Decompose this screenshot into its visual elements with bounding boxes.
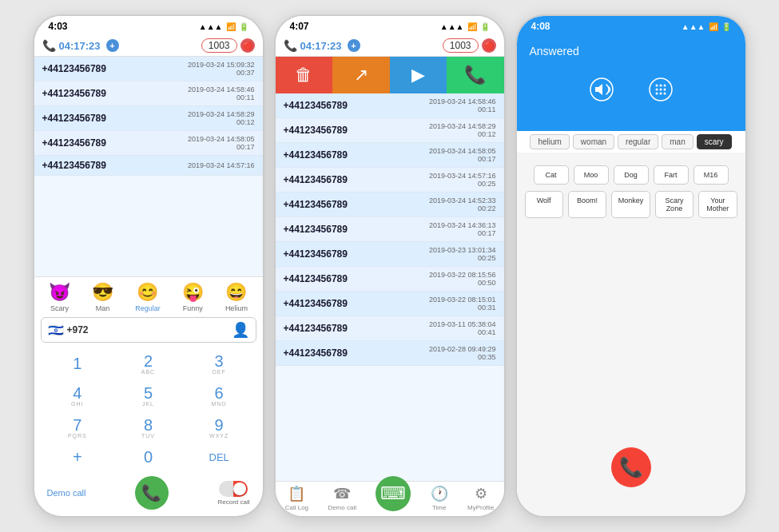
sound-btn-wolf[interactable]: Wolf [525,191,563,218]
dial-key-4[interactable]: 4GHI [42,379,113,411]
voice-mode-scary[interactable]: 😈 Scary [49,282,70,312]
time-3: 4:08 [531,21,550,32]
sound-btn-monkey[interactable]: Monkey [611,191,650,218]
scary-label: Scary [50,304,69,312]
call-item[interactable]: +44123456789 2019-03-24 14:58:0500:17 [276,143,504,168]
sound-btn-moo[interactable]: Moo [574,165,609,185]
phone-3: 4:08 ▲▲▲ 📶 🔋 Answered [515,14,747,518]
call-item[interactable]: +44123456789 2019-03-24 14:57:1600:25 [276,168,504,193]
nav-call-log[interactable]: 📋 Call Log [285,485,308,511]
phone1-timer: 📞 04:17:23 + [42,39,119,52]
call-list-1: +44123456789 2019-03-24 15:09:32 00:37 +… [34,57,263,276]
scary-emoji: 😈 [49,282,70,303]
keypad-button[interactable] [643,72,678,107]
plus-button-2[interactable]: + [348,39,360,52]
delete-action-btn[interactable]: 🗑 [276,57,333,93]
wifi-icon-1: 📶 [226,22,236,31]
phone1-header: 📞 04:17:23 + 1003 🔴 [34,35,263,57]
bottom-nav: 📋 Call Log ☎ Demo call ⌨ 🕐 Time ⚙ MyProf… [276,481,504,516]
sound-btn-scary-zone[interactable]: Scary Zone [655,191,694,218]
voice-mode-helium[interactable]: 😄 Helium [225,282,248,312]
voice-tabs: helium woman regular man scary [517,131,745,153]
voice-icons-row: 😈 Scary 😎 Man 😊 Regular 😜 Funny 😄 Helium [34,276,263,314]
dialpad-icon: ⌨ [380,483,406,504]
phone-icon-1: 📞 [42,39,56,52]
dial-key-3[interactable]: 3DEF [184,347,255,379]
voice-tab-man[interactable]: man [662,134,693,149]
dial-key-9[interactable]: 9WXYZ [184,411,255,443]
voice-tab-regular[interactable]: regular [618,134,658,149]
battery-icon-1: 🔋 [239,22,248,31]
nav-time[interactable]: 🕐 Time [431,485,448,511]
call-item[interactable]: +44123456789 2019-03-24 14:58:2900:12 [276,118,504,143]
dial-key-5[interactable]: 5JKL [113,379,184,411]
call-item[interactable]: +44123456789 2019-03-24 14:52:3300:22 [276,193,504,217]
voice-tab-woman[interactable]: woman [573,134,614,149]
phone-2: 4:07 ▲▲▲ 📶 🔋 📞 04:17:23 + 1003 🔴 🗑 ↗ ▶ 📞 [274,14,506,518]
voice-mode-funny[interactable]: 😜 Funny [182,282,204,312]
dial-key-6[interactable]: 6MNO [184,379,255,411]
nav-dialpad-center[interactable]: ⌨ [376,476,411,511]
sound-btn-fart[interactable]: Fart [654,165,689,185]
call-action-btn[interactable]: 📞 [447,57,504,93]
plus-button-1[interactable]: + [106,39,119,52]
dial-key-1[interactable]: 1 [42,347,113,379]
call-item[interactable]: +44123456789 2019-03-24 14:57:16 [34,156,263,176]
record-toggle[interactable]: Record call [217,481,249,506]
call-count-badge-2: 1003 [443,38,479,53]
status-icons-3: ▲▲▲ 📶 🔋 [682,22,731,31]
voice-mode-regular[interactable]: 😊 Regular [135,282,161,312]
call-item[interactable]: +44123456789 2019-03-23 13:01:3400:25 [276,242,504,267]
time-1: 4:03 [49,21,68,32]
share-action-btn[interactable]: ↗ [332,57,390,93]
demo-call-button[interactable]: Demo call [47,488,86,498]
dial-key-plus[interactable]: + [42,443,113,471]
call-buttons: Demo call 📞 Record call [34,473,263,516]
sound-btn-boom[interactable]: Boom! [568,191,606,218]
nav-demo-call[interactable]: ☎ Demo call [328,485,356,511]
dial-key-2[interactable]: 2ABC [113,347,184,379]
end-call-button[interactable]: 📞 [611,447,651,487]
voice-mode-man[interactable]: 😎 Man [92,282,113,312]
call-item[interactable]: +44123456789 2019-03-24 14:58:4600:11 [276,93,504,118]
regular-emoji: 😊 [137,282,158,303]
call-item[interactable]: +44123456789 2019-03-24 15:09:32 00:37 [34,57,263,81]
sound-btn-m16[interactable]: M16 [694,165,729,185]
voice-tab-helium[interactable]: helium [530,134,569,149]
call-item[interactable]: +44123456789 2019-03-11 05:38:0400:41 [276,316,504,341]
sound-btn-dog[interactable]: Dog [614,165,649,185]
voice-tab-scary[interactable]: scary [697,134,732,149]
dial-key-8[interactable]: 8TUV [113,411,184,443]
svg-point-5 [655,89,658,91]
call-number: +44123456789 [42,88,106,99]
phone-input-row[interactable]: 🇮🇱 +972 👤 [41,317,256,343]
toggle-switch[interactable] [219,481,248,497]
sound-btn-cat[interactable]: Cat [534,165,569,185]
contact-icon[interactable]: 👤 [232,321,249,339]
call-item[interactable]: +44123456789 2019-03-24 14:58:05 00:17 [34,131,263,156]
call-button-green[interactable]: 📞 [135,476,169,510]
play-action-btn[interactable]: ▶ [390,57,447,93]
timer-text-2: 04:17:23 [300,40,342,52]
call-item[interactable]: +44123456789 2019-03-24 14:58:29 00:12 [34,106,263,131]
phone2-header: 📞 04:17:23 + 1003 🔴 [276,35,504,57]
end-call-area: 📞 [611,218,651,503]
status-bar-1: 4:03 ▲▲▲ 📶 🔋 [34,16,263,35]
speaker-button[interactable] [584,72,619,107]
phone3-body: Cat Moo Dog Fart M16 Wolf Boom! Monkey S… [517,153,745,516]
call-number: +44123456789 [42,113,106,124]
dial-key-del[interactable]: DEL [184,443,255,471]
red-dot-2: 🔴 [482,38,496,53]
sound-btn-your-mother[interactable]: Your Mother [698,191,737,218]
call-item[interactable]: +44123456789 2019-03-22 08:15:0100:31 [276,292,504,316]
call-item[interactable]: +44123456789 2019-03-22 08:15:5600:50 [276,267,504,292]
call-item[interactable]: +44123456789 2019-03-24 14:36:1300:17 [276,217,504,242]
call-item[interactable]: +44123456789 2019-03-24 14:58:46 00:11 [34,81,263,106]
dial-key-7[interactable]: 7PQRS [42,411,113,443]
call-number: +44123456789 [42,137,106,149]
dial-key-0[interactable]: 0 [113,443,184,471]
number-badge-1: 1003 🔴 [201,38,255,53]
phones-container: 4:03 ▲▲▲ 📶 🔋 📞 04:17:23 + 1003 🔴 +441234… [25,6,755,526]
nav-myprofile[interactable]: ⚙ MyProfile [467,485,494,511]
call-item[interactable]: +44123456789 2019-02-28 09:49:2900:35 [276,341,504,366]
